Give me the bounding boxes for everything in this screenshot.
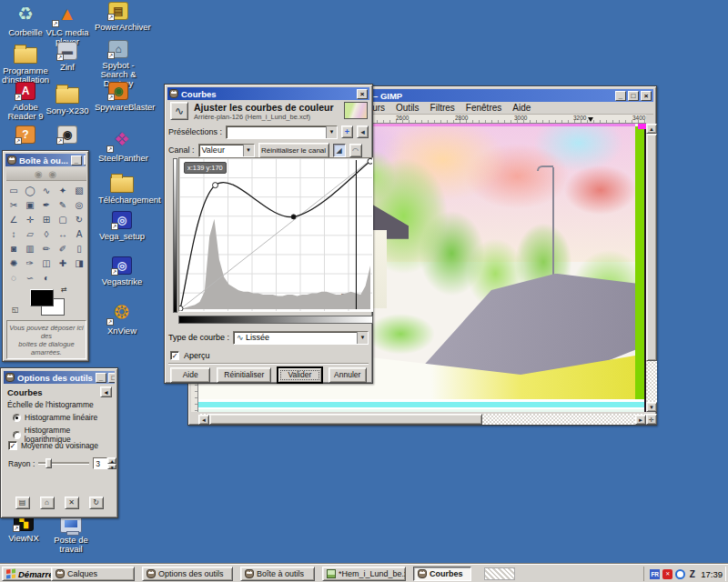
tray-icon-red[interactable]: ✕ [662,569,672,579]
restore-options-button[interactable]: ⌂ [40,497,55,509]
tray-icon-target[interactable] [675,569,685,579]
tool-ellipse-select[interactable]: ◯ [22,184,38,198]
radius-slider-thumb[interactable] [46,458,52,468]
desktop-icon-unknown-eye[interactable]: ◉↗ [44,125,91,144]
deskband[interactable] [484,567,515,580]
tool-fuzzy-select[interactable]: ✦ [55,184,71,198]
tab-menu-icon[interactable]: ◂ [100,386,112,397]
minimize-button[interactable]: _ [615,91,626,101]
preset-menu-icon[interactable]: ◂ [357,125,369,138]
tool-align[interactable]: ⊞ [38,213,55,227]
channel-combobox[interactable]: Valeur ▼ [198,144,255,157]
maximize-button[interactable]: □ [108,373,115,383]
add-preset-icon[interactable]: + [341,125,353,138]
task-button-courbes[interactable]: Courbes [413,567,471,581]
tool-ink[interactable]: ✑ [22,256,38,271]
preview-checkbox[interactable]: ✓ Aperçu [170,350,210,361]
minimize-button[interactable]: _ [96,373,106,383]
scroll-up-icon[interactable]: ▲ [646,124,657,134]
tool-select-by-color[interactable]: ▧ [71,184,87,198]
curves-titlebar[interactable]: Courbes × [167,87,369,100]
tool-dodge-burn[interactable]: ◐ [38,271,55,286]
histogram-log-icon[interactable]: ◠ [349,144,362,157]
scroll-right-icon[interactable]: ► [635,415,646,425]
reset-channel-button[interactable]: Réinitialiser le canal [258,143,329,158]
desktop-icon-vega-setup[interactable]: ◎↗Vega_setup [98,211,146,241]
tool-smudge[interactable]: ∽ [22,271,38,286]
task-button-options-des-outils[interactable]: Options des outils [142,567,233,581]
tool-blend[interactable]: ▥ [22,242,38,256]
task-button-bo-te-outils[interactable]: Boîte à outils [240,567,315,581]
close-icon[interactable]: × [357,89,368,99]
tool-text[interactable]: A [71,227,87,242]
desktop-icon-sony-x230[interactable]: Sony-X230 [44,82,91,115]
task-button-calques[interactable]: Calques [51,567,135,581]
default-colors-icon[interactable]: ◱ [12,306,19,314]
tool-paintbrush[interactable]: ✐ [55,242,71,256]
tool-measure[interactable]: ∠ [5,213,22,227]
radius-value[interactable]: 3 [93,457,107,469]
tool-scissors-select[interactable]: ✂ [5,198,22,213]
desktop-icon-unknown-1[interactable]: ?↗ [2,125,49,144]
start-button[interactable]: Démarrer [2,567,58,581]
annuler-button[interactable]: Annuler [329,367,367,383]
reinitialiser-button[interactable]: Réinitialiser [217,367,271,383]
radius-spinner[interactable]: 3 ▲▼ [93,457,116,469]
language-indicator[interactable]: FR [650,569,660,579]
horizontal-scrollbar-thumb[interactable] [209,414,482,425]
tool-move[interactable]: ✛ [22,213,38,227]
desktop-icon-powerarchiver[interactable]: ▤↗PowerArchiver [95,2,142,32]
tool-perspective-clone[interactable]: ◨ [71,256,87,271]
aide-button[interactable]: Aide [170,367,210,383]
tool-heal[interactable]: ✚ [55,256,71,271]
reset-options-button[interactable]: ↻ [89,497,104,509]
tool-color-picker[interactable]: ✎ [55,198,71,213]
tool-rotate[interactable]: ↻ [71,213,87,227]
scroll-down-icon[interactable]: ▼ [646,402,657,412]
histogram-linear-icon[interactable]: ◢ [333,144,346,157]
tool-flip[interactable]: ↔ [55,227,71,242]
tool-eraser[interactable]: ▯ [71,242,87,256]
spin-down-icon[interactable]: ▼ [107,464,116,470]
maximize-button[interactable]: □ [84,156,86,166]
menu-outils[interactable]: Outils [390,102,425,114]
delete-options-button[interactable]: ✕ [65,497,79,509]
menu-filtres[interactable]: Filtres [425,102,460,114]
navigation-button[interactable]: ✛ [646,414,657,425]
desktop-icon-adobe-reader[interactable]: A↗Adobe Reader 9 [2,82,49,121]
menu-fenêtres[interactable]: Fenêtres [460,102,507,114]
tool-zoom[interactable]: ◎ [71,198,87,213]
radio-histogram-linear[interactable]: Histogramme linéaire [13,413,97,422]
toolbox-titlebar[interactable]: Boîte à ou... _ □ × [5,154,86,166]
desktop-icon-poste-de-travail[interactable]: Poste de travail [47,513,95,554]
close-button[interactable]: × [641,91,652,101]
tool-shear[interactable]: ▱ [22,227,38,242]
tool-rect-select[interactable]: ▭ [5,184,22,198]
tool-paths[interactable]: ✒ [38,198,55,213]
tool-pencil[interactable]: ✏ [38,242,55,256]
swap-colors-icon[interactable]: ⇄ [61,286,67,294]
scroll-left-icon[interactable]: ◄ [198,415,209,425]
presets-combobox[interactable]: ▼ [226,125,338,139]
radius-slider[interactable] [38,462,89,465]
desktop-icon-telechargement[interactable]: Téléchargement [98,171,146,205]
desktop-icon-vlc[interactable]: ▲↗VLC media player [44,2,91,46]
minimize-button[interactable]: _ [71,156,82,166]
desktop-icon-zinf[interactable]: ▬↗Zinf [44,42,91,72]
tool-clone[interactable]: ◫ [38,256,55,271]
chevron-down-icon[interactable]: ▼ [357,332,368,344]
tool-scale[interactable]: ↕ [5,227,22,242]
desktop-icon-vegastrike[interactable]: ◎↗Vegastrike [98,256,146,286]
desktop-icon-corbeille[interactable]: ♻Corbeille [2,2,49,37]
valider-button[interactable]: Valider [278,367,321,383]
desktop-icon-xnview[interactable]: ❂↗XnView [98,300,146,336]
tool-foreground-select[interactable]: ▣ [22,198,38,213]
tray-icon-z[interactable]: Z [688,569,696,579]
menu-aide[interactable]: Aide [507,102,536,114]
tool-perspective[interactable]: ◊ [38,227,55,242]
chevron-down-icon[interactable]: ▼ [243,145,254,156]
task-button-hem-i-lund-be-xcf-11[interactable]: *Hem_i_Lund_be.xcf-11... [322,567,406,581]
curve-type-combobox[interactable]: ∿ Lissée ▼ [233,331,369,345]
vertical-scrollbar-thumb[interactable] [646,134,657,361]
curve-editor[interactable]: x:139 y:170 x:236 [178,157,373,312]
